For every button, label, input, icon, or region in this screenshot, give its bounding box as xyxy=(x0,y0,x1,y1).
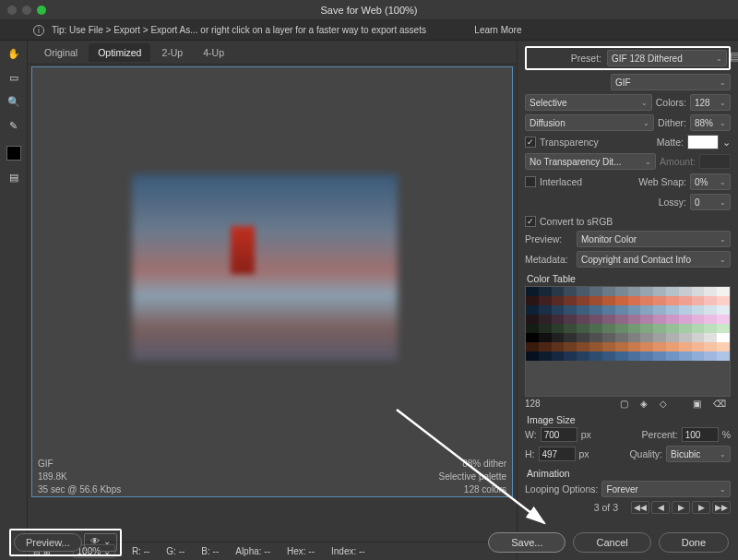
slice-visibility-icon[interactable]: ▤ xyxy=(6,170,21,185)
learn-more-link[interactable]: Learn More xyxy=(461,25,535,35)
preset-select[interactable]: GIF 128 Dithered⌄ xyxy=(607,50,727,66)
websnap-label: Web Snap: xyxy=(638,176,686,187)
srgb-label: Convert to sRGB xyxy=(540,216,613,227)
settings-panel: ▤ Preset: GIF 128 Dithered⌄ GIF⌄ Selecti… xyxy=(517,41,738,560)
next-frame-icon: ▶ xyxy=(692,501,710,514)
tab-2up[interactable]: 2-Up xyxy=(152,43,192,62)
srgb-checkbox[interactable]: ✓ xyxy=(525,216,536,227)
color-swatches[interactable] xyxy=(526,287,730,361)
preview-image xyxy=(132,174,398,361)
percent-field[interactable] xyxy=(682,427,719,442)
cancel-button[interactable]: Cancel xyxy=(573,532,650,553)
panel-menu-icon[interactable]: ▤ xyxy=(730,50,738,63)
first-frame-icon: ◀◀ xyxy=(631,501,649,514)
preview-dither: 88% dither xyxy=(439,458,506,471)
tip-text: Tip: Use File > Export > Export As... or… xyxy=(52,25,426,35)
animation-heading: Animation xyxy=(527,468,731,479)
eyedropper-color-swatch[interactable] xyxy=(6,146,21,161)
browser-preview-select[interactable]: 👁 ⌄ xyxy=(84,533,117,552)
matte-swatch[interactable] xyxy=(687,135,719,149)
looping-select[interactable]: Forever⌄ xyxy=(601,481,731,497)
px-label: px xyxy=(581,429,591,440)
color-table[interactable] xyxy=(525,286,731,397)
slice-select-tool-icon[interactable]: ▭ xyxy=(6,70,21,85)
preview-button-highlight: Preview... 👁 ⌄ xyxy=(9,529,122,556)
preview-filesize: 189.8K xyxy=(38,471,121,483)
hand-tool-icon[interactable]: ✋ xyxy=(6,46,21,61)
width-field[interactable] xyxy=(541,427,577,442)
transparency-label: Transparency xyxy=(540,137,653,148)
dither-amount-select[interactable]: 88%⌄ xyxy=(690,114,731,131)
view-tabs: Original Optimized 2-Up 4-Up xyxy=(28,41,517,65)
titlebar: Save for Web (100%) xyxy=(0,0,738,20)
preview-canvas[interactable]: GIF 189.8K 35 sec @ 56.6 Kbps 88% dither… xyxy=(31,66,513,497)
save-button[interactable]: Save... xyxy=(488,532,565,553)
interlaced-checkbox[interactable] xyxy=(525,176,536,187)
window-title: Save for Web (100%) xyxy=(0,5,738,16)
websnap-select[interactable]: 0%⌄ xyxy=(690,173,731,190)
tool-strip: ✋ ▭ 🔍 ✎ ▤ xyxy=(0,41,28,560)
done-button[interactable]: Done xyxy=(659,532,729,553)
preview-button[interactable]: Preview... xyxy=(14,533,82,552)
dither-algorithm-select[interactable]: Diffusion⌄ xyxy=(525,114,654,131)
tab-4up[interactable]: 4-Up xyxy=(194,43,233,62)
transparency-checkbox[interactable]: ✓ xyxy=(525,137,536,148)
color-table-heading: Color Table xyxy=(527,273,731,284)
reduction-select[interactable]: Selective⌄ xyxy=(525,94,652,111)
interlaced-label: Interlaced xyxy=(540,176,635,187)
preview-image-subject xyxy=(231,226,255,274)
percent-label: Percent: xyxy=(642,429,678,440)
tip-bar: i Tip: Use File > Export > Export As... … xyxy=(0,20,738,41)
colors-label: Colors: xyxy=(656,97,686,108)
amount-label: Amount: xyxy=(660,156,696,167)
zoom-tool-icon[interactable]: 🔍 xyxy=(6,94,21,109)
last-frame-icon: ▶▶ xyxy=(712,501,731,514)
frame-count: 3 of 3 xyxy=(594,502,618,513)
color-table-toolbar: 128 ▢ ◈ ◇ ▣ ⌫ xyxy=(525,399,731,409)
metadata-label: Metadata: xyxy=(525,254,573,265)
main-area: Original Optimized 2-Up 4-Up GIF 189.8K … xyxy=(28,41,517,560)
metadata-select[interactable]: Copyright and Contact Info⌄ xyxy=(577,251,731,268)
preset-highlight: Preset: GIF 128 Dithered⌄ xyxy=(525,46,731,70)
preview-download-time: 35 sec @ 56.6 Kbps xyxy=(38,483,121,496)
prev-frame-icon: ◀ xyxy=(651,501,670,514)
quality-label: Quality: xyxy=(629,448,662,459)
info-icon: i xyxy=(33,25,44,36)
looping-label: Looping Options: xyxy=(525,483,598,494)
matte-label: Matte: xyxy=(657,137,684,148)
animation-controls[interactable]: ◀◀ ◀ ▶ ▶ ▶▶ xyxy=(631,501,731,514)
footer: Preview... 👁 ⌄ Save... Cancel Done xyxy=(0,525,738,560)
transparency-dither-select[interactable]: No Transparency Dit...⌄ xyxy=(525,153,656,170)
preview-profile-select[interactable]: Monitor Color⌄ xyxy=(577,231,731,247)
preview-format: GIF xyxy=(38,458,121,471)
amount-field xyxy=(699,154,731,169)
preview-colors: 128 colors xyxy=(439,483,506,496)
preview-info-right: 88% dither Selective palette 128 colors xyxy=(439,458,506,496)
dither-label: Dither: xyxy=(658,117,686,128)
color-count: 128 xyxy=(525,399,541,409)
image-size-heading: Image Size xyxy=(527,414,731,425)
format-select[interactable]: GIF⌄ xyxy=(611,74,731,90)
quality-select[interactable]: Bicubic⌄ xyxy=(666,446,731,462)
px-label-2: px xyxy=(579,448,589,459)
tab-original[interactable]: Original xyxy=(35,43,87,62)
lossy-label: Lossy: xyxy=(659,197,686,208)
height-field[interactable] xyxy=(539,447,576,461)
lossy-select[interactable]: 0⌄ xyxy=(690,194,731,210)
colors-select[interactable]: 128⌄ xyxy=(690,94,731,111)
color-table-buttons[interactable]: ▢ ◈ ◇ ▣ ⌫ xyxy=(620,399,731,409)
preview-palette: Selective palette xyxy=(439,471,506,483)
eyedropper-tool-icon[interactable]: ✎ xyxy=(6,118,21,133)
play-icon: ▶ xyxy=(672,501,690,514)
preview-info-left: GIF 189.8K 35 sec @ 56.6 Kbps xyxy=(38,458,121,496)
tab-optimized[interactable]: Optimized xyxy=(89,43,150,62)
preview-profile-label: Preview: xyxy=(525,233,573,244)
preset-label: Preset: xyxy=(571,53,601,64)
